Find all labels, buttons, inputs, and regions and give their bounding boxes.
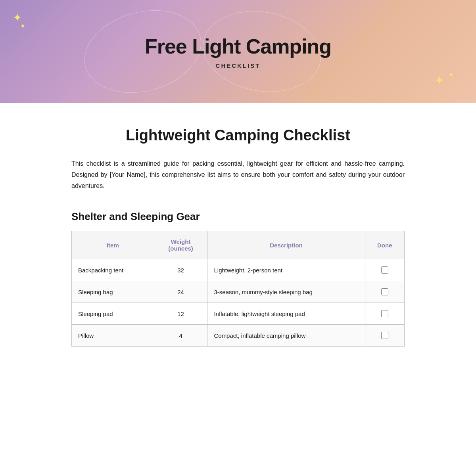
done-checkbox[interactable] — [381, 288, 388, 295]
col-header-done: Done — [365, 231, 405, 259]
cell-done[interactable] — [365, 303, 405, 325]
description-text: This checklist is a streamlined guide fo… — [71, 158, 405, 192]
cell-item: Backpacking tent — [72, 259, 154, 281]
done-checkbox[interactable] — [381, 266, 388, 274]
cell-item: Sleeping pad — [72, 303, 154, 325]
table-row: Backpacking tent32Lightweight, 2-person … — [72, 259, 405, 281]
checklist-table: Item Weight(ounces) Description Done Bac… — [71, 231, 405, 347]
cell-weight: 24 — [154, 281, 207, 303]
cell-done[interactable] — [365, 259, 405, 281]
cell-item: Pillow — [72, 325, 154, 347]
table-row: Pillow4Compact, inflatable camping pillo… — [72, 325, 405, 347]
page-title: Lightweight Camping Checklist — [71, 127, 405, 144]
cell-item: Sleeping bag — [72, 281, 154, 303]
sparkle-icon-br2: ✦ — [448, 71, 454, 79]
done-checkbox[interactable] — [381, 310, 388, 317]
section-title: Shelter and Sleeping Gear — [71, 211, 405, 223]
sparkle-icon-br: ✦ — [434, 73, 444, 87]
cell-description: Compact, inflatable camping pillow — [207, 325, 365, 347]
cell-description: 3-season, mummy-style sleeping bag — [207, 281, 365, 303]
cell-done[interactable] — [365, 281, 405, 303]
cell-description: Inflatable, lightweight sleeping pad — [207, 303, 365, 325]
table-row: Sleeping pad12Inflatable, lightweight sl… — [72, 303, 405, 325]
cell-weight: 4 — [154, 325, 207, 347]
cell-description: Lightweight, 2-person tent — [207, 259, 365, 281]
col-header-weight: Weight(ounces) — [154, 231, 207, 259]
header: ✦ ✦ ✦ ✦ Free Light Camping CHECKLIST — [0, 0, 476, 103]
sparkle-icon-tl2: ✦ — [20, 22, 26, 31]
table-row: Sleeping bag243-season, mummy-style slee… — [72, 281, 405, 303]
col-header-item: Item — [72, 231, 154, 259]
header-subtitle: CHECKLIST — [216, 62, 261, 69]
header-title: Free Light Camping — [145, 34, 331, 58]
col-header-description: Description — [207, 231, 365, 259]
cell-done[interactable] — [365, 325, 405, 347]
cell-weight: 32 — [154, 259, 207, 281]
main-content: Lightweight Camping Checklist This check… — [40, 103, 436, 382]
done-checkbox[interactable] — [381, 332, 388, 339]
cell-weight: 12 — [154, 303, 207, 325]
table-header-row: Item Weight(ounces) Description Done — [72, 231, 405, 259]
